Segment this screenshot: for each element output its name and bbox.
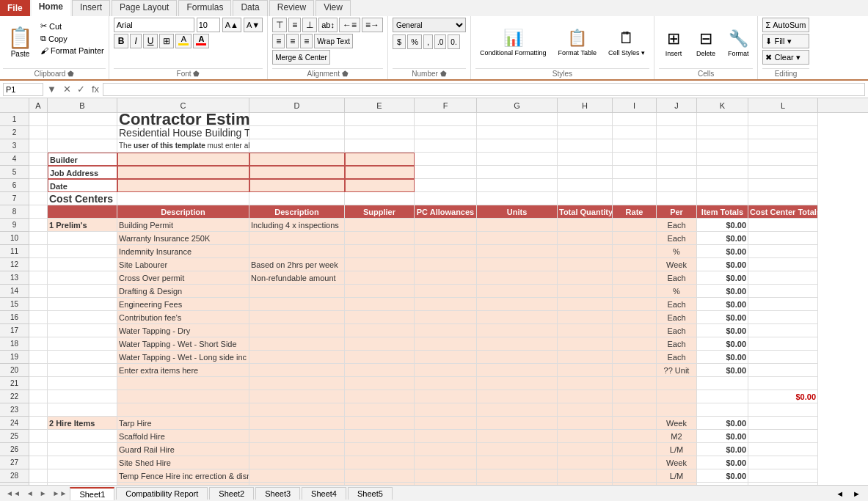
data-cell[interactable]	[29, 483, 48, 485]
align-center-button[interactable]: ≡	[286, 34, 299, 48]
data-cell[interactable]: Based on 2hrs per week	[249, 258, 345, 271]
data-cell[interactable]	[558, 417, 613, 430]
data-cell[interactable]	[117, 377, 249, 390]
font-size-input[interactable]	[197, 18, 220, 32]
data-cell[interactable]: Job Address	[48, 166, 117, 179]
data-cell[interactable]: ?? Unit	[657, 364, 697, 377]
sheet-tab-sheet5[interactable]: Sheet5	[348, 487, 393, 500]
data-cell[interactable]	[477, 271, 558, 285]
data-cell[interactable]	[613, 469, 657, 483]
data-cell[interactable]	[249, 417, 345, 430]
data-cell[interactable]	[29, 403, 48, 417]
data-cell[interactable]	[345, 139, 415, 153]
data-cell[interactable]	[345, 298, 415, 311]
data-cell[interactable]	[613, 443, 657, 456]
data-cell[interactable]	[697, 139, 748, 153]
data-cell[interactable]: $0.00	[697, 232, 748, 245]
data-cell[interactable]	[29, 443, 48, 456]
data-cell[interactable]	[657, 113, 697, 126]
data-cell[interactable]	[249, 469, 345, 483]
data-cell[interactable]	[415, 126, 477, 139]
data-cell[interactable]	[477, 245, 558, 258]
data-cell[interactable]	[415, 258, 477, 271]
merge-center-button[interactable]: Merge & Center	[272, 50, 330, 65]
data-cell[interactable]	[748, 139, 818, 153]
data-cell[interactable]	[558, 258, 613, 271]
data-cell[interactable]	[697, 192, 748, 205]
sheet-tab-sheet4[interactable]: Sheet4	[302, 487, 346, 500]
col-header-i[interactable]: I	[613, 98, 657, 112]
data-cell[interactable]	[558, 285, 613, 298]
data-cell[interactable]	[748, 126, 818, 139]
data-cell[interactable]: %	[657, 285, 697, 298]
data-cell[interactable]	[477, 390, 558, 403]
data-cell[interactable]: Units	[477, 205, 558, 219]
data-cell[interactable]	[477, 430, 558, 443]
data-cell[interactable]	[477, 377, 558, 390]
data-cell[interactable]	[613, 337, 657, 351]
data-cell[interactable]	[477, 179, 558, 192]
data-cell[interactable]	[613, 271, 657, 285]
data-cell[interactable]	[613, 245, 657, 258]
data-cell[interactable]	[748, 456, 818, 469]
data-cell[interactable]	[29, 298, 48, 311]
data-cell[interactable]	[29, 351, 48, 364]
data-cell[interactable]	[558, 179, 613, 192]
data-cell[interactable]: Non-refundable amount	[249, 271, 345, 285]
data-cell[interactable]	[697, 113, 748, 126]
fill-color-button[interactable]: A	[175, 34, 192, 48]
data-cell[interactable]: $0.00	[697, 245, 748, 258]
tab-view[interactable]: View	[316, 0, 351, 16]
data-cell[interactable]	[345, 271, 415, 285]
data-cell[interactable]: $0.00	[697, 219, 748, 232]
data-cell[interactable]	[748, 232, 818, 245]
data-cell[interactable]	[415, 271, 477, 285]
data-cell[interactable]	[613, 232, 657, 245]
col-header-a[interactable]: A	[29, 98, 48, 112]
data-cell[interactable]	[477, 126, 558, 139]
data-cell[interactable]: $0.00	[697, 351, 748, 364]
data-cell[interactable]: Each	[657, 351, 697, 364]
data-cell[interactable]	[117, 166, 249, 179]
data-cell[interactable]	[249, 232, 345, 245]
data-cell[interactable]	[345, 443, 415, 456]
data-cell[interactable]	[415, 403, 477, 417]
data-cell[interactable]: $0.00	[697, 311, 748, 324]
data-cell[interactable]	[345, 337, 415, 351]
sheet-body[interactable]: 1234567891011121314151617181920212223242…	[0, 113, 868, 485]
data-cell[interactable]: Indemnity Insurance	[117, 245, 249, 258]
data-cell[interactable]: $0.00	[697, 337, 748, 351]
data-cell[interactable]	[48, 232, 117, 245]
data-cell[interactable]: Water Tapping - Dry	[117, 324, 249, 337]
data-cell[interactable]	[345, 166, 415, 179]
data-cell[interactable]	[345, 113, 415, 126]
data-cell[interactable]: Supplier	[345, 205, 415, 219]
data-cell[interactable]	[558, 232, 613, 245]
data-cell[interactable]	[29, 192, 48, 205]
data-cell[interactable]	[613, 311, 657, 324]
paste-button[interactable]: 📋 Paste	[3, 18, 37, 66]
data-cell[interactable]: $0.00	[697, 258, 748, 271]
data-cell[interactable]	[345, 153, 415, 166]
data-cell[interactable]	[345, 351, 415, 364]
data-cell[interactable]	[657, 166, 697, 179]
data-cell[interactable]	[29, 258, 48, 271]
data-cell[interactable]	[415, 351, 477, 364]
col-header-e[interactable]: E	[345, 98, 415, 112]
tab-data[interactable]: Data	[233, 0, 267, 16]
sheet-tab-sheet3[interactable]: Sheet3	[255, 487, 300, 500]
data-cell[interactable]	[558, 126, 613, 139]
data-cell[interactable]	[748, 337, 818, 351]
col-header-l[interactable]: L	[748, 98, 818, 112]
data-cell[interactable]	[613, 153, 657, 166]
data-cell[interactable]: Cross Over permit	[117, 271, 249, 285]
bold-button[interactable]: B	[114, 34, 129, 48]
sheet-tab-sheet1[interactable]: Sheet1	[70, 487, 114, 500]
data-cell[interactable]: Each	[657, 271, 697, 285]
cut-button[interactable]: ✂ Cut	[39, 21, 106, 32]
sheet-tab-compatibility[interactable]: Compatibility Report	[116, 487, 208, 500]
data-cell[interactable]	[558, 139, 613, 153]
data-cell[interactable]	[345, 285, 415, 298]
align-middle-button[interactable]: ≡	[288, 18, 301, 32]
data-cell[interactable]	[249, 337, 345, 351]
